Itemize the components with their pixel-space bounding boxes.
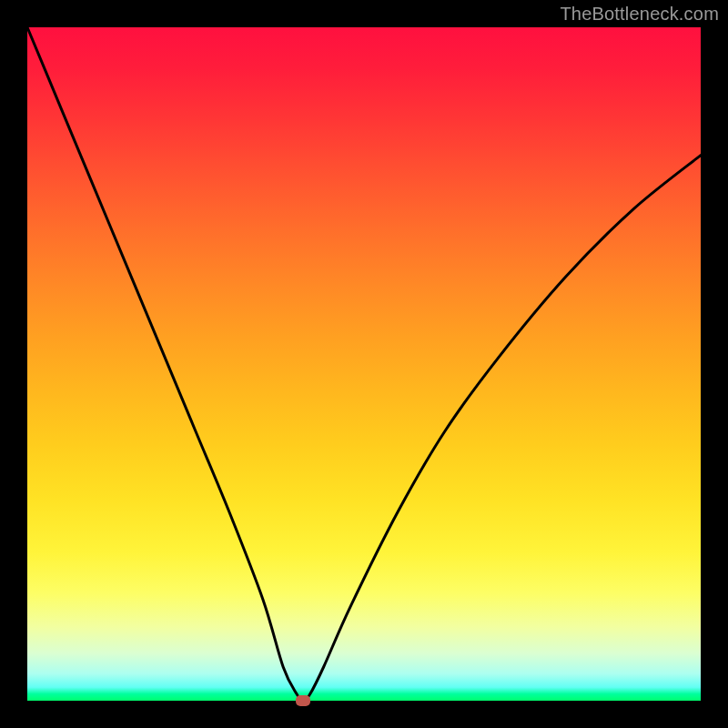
chart-frame: TheBottleneck.com: [0, 0, 728, 728]
watermark-text: TheBottleneck.com: [560, 4, 719, 25]
plot-area: [27, 27, 701, 701]
bottleneck-curve: [27, 27, 701, 701]
optimal-point-marker: [296, 695, 310, 706]
